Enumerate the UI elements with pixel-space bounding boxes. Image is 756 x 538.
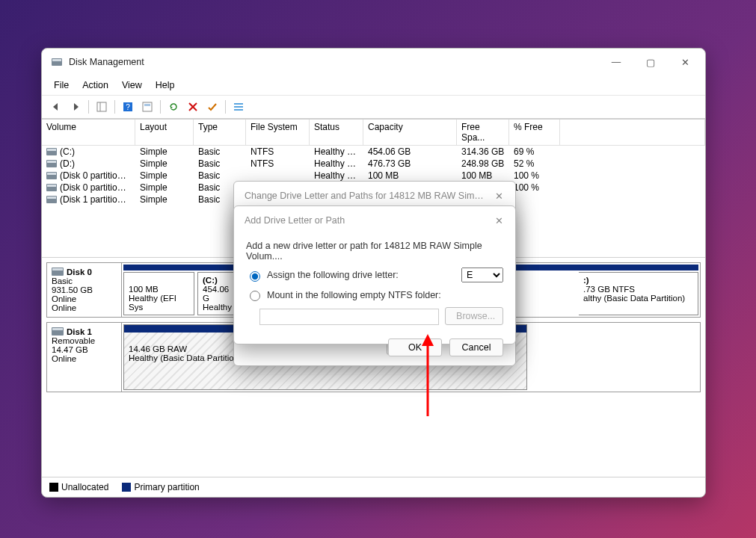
- menu-action[interactable]: Action: [76, 77, 114, 93]
- disk-0-partition-d[interactable]: :) .73 GB NTFS althy (Basic Data Partiti…: [579, 272, 698, 315]
- minimize-button[interactable]: —: [599, 50, 633, 74]
- svg-rect-6: [143, 102, 152, 111]
- close-icon[interactable]: ✕: [488, 185, 509, 206]
- mount-path-input[interactable]: [259, 309, 439, 325]
- browse-button[interactable]: Browse...: [445, 307, 503, 325]
- ok-button[interactable]: OK: [388, 338, 442, 356]
- menubar: File Action View Help: [42, 75, 705, 96]
- toolbar: ?: [42, 96, 705, 119]
- show-hide-console-tree-icon[interactable]: [93, 99, 110, 115]
- forward-icon[interactable]: [67, 99, 84, 115]
- back-icon[interactable]: [48, 99, 64, 115]
- window-title: Disk Management: [69, 57, 599, 67]
- app-icon: [51, 56, 63, 68]
- disk-1-info: Disk 1 Removable 14.47 GB Online: [47, 323, 122, 392]
- menu-view[interactable]: View: [116, 77, 148, 93]
- properties-icon[interactable]: [139, 99, 156, 115]
- volume-header: Volume Layout Type File System Status Ca…: [42, 120, 705, 146]
- svg-rect-12: [234, 109, 243, 111]
- volume-row[interactable]: (C:) Simple Basic NTFS Healthy (B... 454…: [42, 146, 705, 158]
- volume-row[interactable]: (D:) Simple Basic NTFS Healthy (B... 476…: [42, 158, 705, 170]
- volume-row[interactable]: (Disk 0 partition 1) Simple Basic Health…: [42, 170, 705, 182]
- titlebar: Disk Management — ▢ ✕: [42, 49, 705, 75]
- disk-0-info: Disk 0 Basic 931.50 GB Online Online: [47, 263, 122, 317]
- maximize-button[interactable]: ▢: [633, 50, 668, 74]
- delete-icon[interactable]: [185, 99, 201, 115]
- mount-folder-radio[interactable]: [250, 291, 260, 301]
- refresh-icon[interactable]: [165, 99, 182, 115]
- disk-icon: [52, 327, 64, 336]
- add-drive-letter-dialog: Add Drive Letter or Path ✕ Add a new dri…: [233, 205, 516, 344]
- check-icon[interactable]: [204, 99, 221, 115]
- svg-rect-11: [234, 106, 243, 108]
- svg-rect-2: [97, 102, 106, 111]
- menu-file[interactable]: File: [48, 77, 75, 93]
- menu-help[interactable]: Help: [150, 77, 181, 93]
- drive-letter-select[interactable]: E: [461, 268, 503, 282]
- mount-folder-label: Mount in the following empty NTFS folder…: [267, 290, 441, 300]
- assign-letter-label: Assign the following drive letter:: [267, 270, 399, 280]
- svg-rect-7: [144, 104, 150, 106]
- svg-rect-10: [234, 103, 243, 105]
- legend: Unallocated Primary partition: [42, 477, 705, 497]
- svg-text:?: ?: [126, 103, 130, 111]
- close-icon[interactable]: ✕: [488, 210, 509, 231]
- help-icon[interactable]: ?: [120, 99, 136, 115]
- assign-letter-radio[interactable]: [250, 271, 260, 282]
- dialog-title: Add Drive Letter or Path ✕: [234, 206, 515, 235]
- close-button[interactable]: ✕: [668, 50, 702, 74]
- svg-rect-1: [52, 59, 61, 61]
- disk-icon: [52, 268, 64, 276]
- disk-0-partition-1[interactable]: 100 MB Healthy (EFI Sys: [123, 272, 194, 315]
- list-icon[interactable]: [230, 99, 247, 115]
- cancel-button[interactable]: Cancel: [449, 338, 503, 356]
- dialog-subtitle: Add a new drive letter or path for 14812…: [246, 241, 503, 262]
